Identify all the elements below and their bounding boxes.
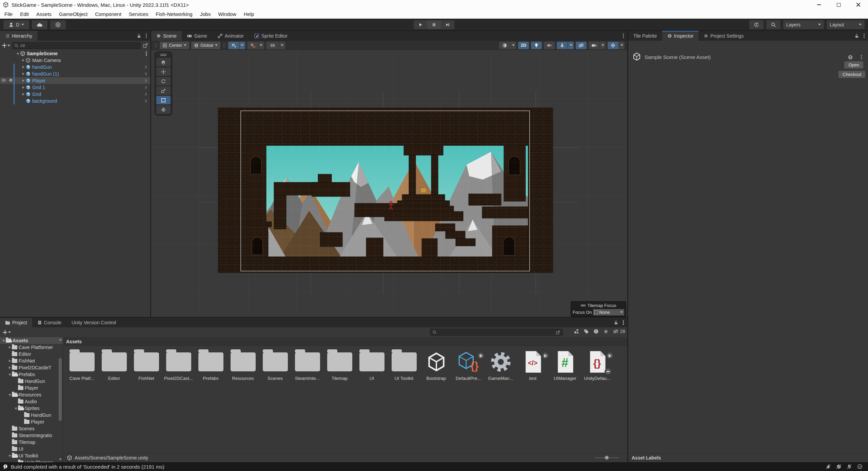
tree-item[interactable]: UI Toolkit <box>0 452 63 459</box>
menu-item-jobs[interactable]: Jobs <box>196 11 215 17</box>
grid-snap-dropdown[interactable] <box>239 42 245 49</box>
orientation-dropdown[interactable]: Global <box>191 42 220 49</box>
cloud-services-button[interactable] <box>32 20 47 29</box>
gizmos-toggle[interactable] <box>608 42 618 49</box>
expand-badge[interactable] <box>542 352 549 359</box>
scene-viewport[interactable]: Tilemap Focus Focus On None <box>151 50 627 317</box>
menu-item-services[interactable]: Services <box>125 11 152 17</box>
pivot-dropdown[interactable]: Center <box>160 42 189 49</box>
overlay-handle[interactable] <box>581 305 586 305</box>
camera-settings-dropdown[interactable] <box>600 42 606 49</box>
asset-labels-header[interactable]: Asset Labels <box>632 455 661 460</box>
picker-icon[interactable] <box>556 330 560 335</box>
tree-item[interactable]: Scenes <box>0 425 63 432</box>
asset-item[interactable]: UI <box>356 349 388 453</box>
hierarchy-item[interactable]: handGun (1) <box>0 70 150 77</box>
effects-toggle[interactable] <box>557 42 568 49</box>
asset-item[interactable]: Editor <box>98 349 130 453</box>
tree-item[interactable]: Prefabs <box>0 371 63 378</box>
scroll-up-icon[interactable] <box>59 339 62 341</box>
zoom-slider[interactable] <box>595 457 619 458</box>
asset-item[interactable]: Pixel2DCast... <box>162 349 195 453</box>
visibility-toggle-icon[interactable] <box>1 78 6 83</box>
rotate-tool-button[interactable] <box>156 77 171 85</box>
asset-item[interactable]: SteamInte... <box>291 349 323 453</box>
prefab-chevron-icon[interactable] <box>144 79 148 83</box>
transform-tool-button[interactable] <box>156 105 171 114</box>
layers-dropdown[interactable]: Layers <box>783 20 824 29</box>
tree-item[interactable]: Player <box>0 385 63 391</box>
grid-visual-dropdown[interactable] <box>258 42 264 49</box>
close-button[interactable] <box>848 0 868 9</box>
menu-item-help[interactable]: Help <box>240 11 258 17</box>
asset-item[interactable]: {} DefaultPre... <box>452 349 485 453</box>
check-circle-icon[interactable] <box>857 464 863 469</box>
lighting-toggle[interactable] <box>531 42 542 49</box>
more-menu-icon[interactable] <box>146 53 147 54</box>
grid-snap-toggle[interactable] <box>228 42 239 49</box>
more-menu-icon[interactable] <box>864 35 865 36</box>
step-button[interactable] <box>441 20 454 29</box>
grid-visual-toggle[interactable] <box>247 42 258 49</box>
tab-project[interactable]: Project <box>0 318 32 327</box>
plastic-scm-button[interactable] <box>50 20 66 29</box>
tree-item[interactable]: UI <box>0 446 63 452</box>
project-search[interactable] <box>430 329 563 336</box>
gizmos-dropdown[interactable] <box>619 42 625 49</box>
expand-badge[interactable] <box>477 352 485 359</box>
view-tool-button[interactable] <box>156 58 171 66</box>
foldout-closed-icon[interactable] <box>21 79 25 83</box>
foldout-closed-icon[interactable] <box>21 92 25 97</box>
hierarchy-item-selected[interactable]: Player <box>0 77 150 84</box>
tab-unity-version-control[interactable]: Unity Version Control <box>66 318 121 327</box>
tree-item[interactable]: Tilemap <box>0 439 63 446</box>
move-tool-button[interactable] <box>156 67 171 76</box>
draw-mode-dropdown[interactable] <box>510 42 516 49</box>
hierarchy-item[interactable]: Main Camera <box>0 57 150 64</box>
zoom-slider-thumb[interactable] <box>605 456 609 459</box>
play-button[interactable] <box>414 20 427 29</box>
assets-breadcrumb-header[interactable]: Assets <box>66 339 82 344</box>
favorites-icon[interactable] <box>603 329 609 334</box>
vcs-disabled-icon[interactable] <box>836 464 842 469</box>
tree-item[interactable]: Audio <box>0 398 63 405</box>
scene-visibility-toggle[interactable] <box>576 42 587 49</box>
foldout-open-icon[interactable] <box>16 52 20 56</box>
tab-console[interactable]: Console <box>32 318 66 327</box>
type-filter-icon[interactable] <box>574 329 579 334</box>
create-asset-button[interactable] <box>3 330 11 334</box>
account-dropdown[interactable]: D <box>3 20 29 29</box>
asset-item[interactable]: GameMan... <box>485 349 517 453</box>
tab-scene[interactable]: Scene <box>151 31 182 41</box>
tree-item[interactable]: Cave Platformer <box>0 344 63 351</box>
tab-game[interactable]: Game <box>182 31 212 41</box>
prefab-chevron-icon[interactable] <box>144 92 148 96</box>
menu-item-component[interactable]: Component <box>91 11 125 17</box>
minimize-button[interactable] <box>809 0 829 9</box>
tree-item[interactable]: SteamIntegratio <box>0 432 63 439</box>
hierarchy-item[interactable]: handGun <box>0 64 150 70</box>
tab-sprite-editor[interactable]: Sprite Editor <box>249 31 293 41</box>
tree-item[interactable]: Editor <box>0 351 63 357</box>
open-button[interactable]: Open <box>844 61 863 68</box>
asset-path[interactable]: Assets/Scenes/SampleScene.unity <box>75 455 148 460</box>
snap-increment-toggle[interactable] <box>266 42 279 49</box>
label-filter-icon[interactable] <box>584 329 589 334</box>
asset-item[interactable]: {} UnityDefau... <box>581 349 613 453</box>
hierarchy-search[interactable] <box>12 42 141 49</box>
tree-item[interactable]: FishNet <box>0 357 63 364</box>
more-menu-icon[interactable] <box>861 57 862 58</box>
more-menu-icon[interactable] <box>623 322 624 323</box>
tree-scrollbar[interactable] <box>58 338 62 461</box>
menu-item-gameobject[interactable]: GameObject <box>55 11 91 17</box>
prefab-chevron-icon[interactable] <box>144 65 148 69</box>
scale-tool-button[interactable] <box>156 86 171 95</box>
prefab-chevron-icon[interactable] <box>144 99 148 103</box>
rect-tool-button[interactable] <box>156 96 171 104</box>
asset-item[interactable]: Resources <box>227 349 259 453</box>
scrollbar-thumb[interactable] <box>59 358 62 421</box>
menu-item-file[interactable]: File <box>1 11 16 17</box>
tab-project-settings[interactable]: Project Settings <box>698 31 749 41</box>
foldout-closed-icon[interactable] <box>21 65 25 69</box>
picker-icon[interactable] <box>143 43 148 48</box>
